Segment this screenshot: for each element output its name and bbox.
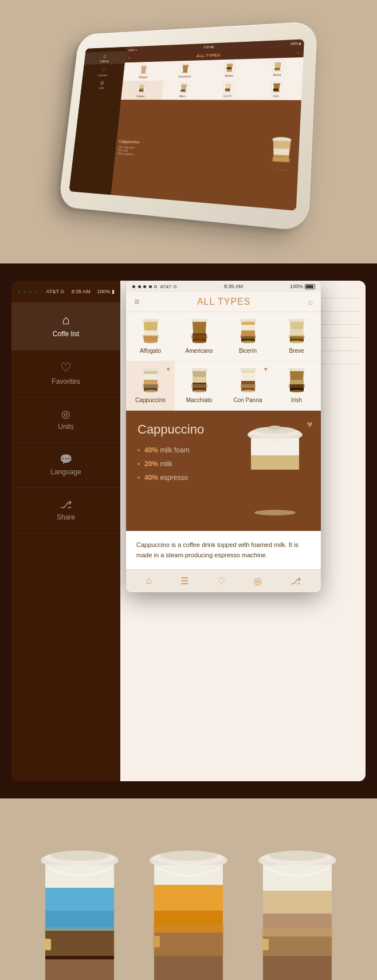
svg-rect-3 <box>184 65 188 65</box>
svg-rect-2 <box>182 72 188 73</box>
sidebar-status-bar: AT&T ⊙ 8:35 AM 100% ▮ <box>11 286 120 297</box>
svg-rect-49 <box>193 377 206 383</box>
svg-point-46 <box>144 390 158 392</box>
coffee-item-bicerin[interactable]: Bicerín <box>223 312 272 361</box>
overlay-header: ≡ ALL TYPES ⌕ <box>126 292 321 312</box>
bicerin-cup-icon <box>237 319 260 344</box>
espresso-pct: 40% <box>144 474 158 482</box>
con-panna-heart: ♥ <box>264 366 268 372</box>
sidebar-battery: 100% ▮ <box>97 289 115 294</box>
bottom-nav-list[interactable]: ☰ <box>180 576 188 587</box>
coffee-grid: Affogato Americano <box>126 312 321 411</box>
svg-rect-1 <box>142 66 146 66</box>
bicerin-label: Bicerín <box>239 348 257 354</box>
overlay-bottom-nav: ⌂ ☰ ♡ ◎ ⎇ <box>126 569 321 592</box>
sidebar-item-coffe-list[interactable]: ⌂ Coffe list <box>11 302 120 350</box>
svg-rect-9 <box>139 89 144 91</box>
svg-rect-92 <box>153 924 224 956</box>
milk-pct: 20% <box>144 460 158 468</box>
svg-point-29 <box>193 341 206 343</box>
svg-rect-36 <box>240 335 256 339</box>
macchiato-label: Macchiato <box>186 397 213 403</box>
svg-rect-81 <box>44 927 115 956</box>
overlay-battery: 100% <box>290 284 315 289</box>
coffee-item-americano[interactable]: Americano <box>175 312 223 361</box>
sidebar-carrier-dots: AT&T ⊙ <box>17 289 65 294</box>
eye-icon: ◎ <box>61 409 70 419</box>
svg-rect-54 <box>241 373 255 381</box>
svg-rect-32 <box>241 325 255 330</box>
cappuccino-cup-icon <box>139 368 162 393</box>
svg-rect-93 <box>153 936 160 947</box>
svg-rect-41 <box>289 335 305 339</box>
coffee-item-breve[interactable]: Breve <box>272 312 321 361</box>
coffee-item-con-panna[interactable]: ♥ Con Panna <box>223 361 272 411</box>
bottom-nav-eye[interactable]: ◎ <box>254 576 262 587</box>
ingredient-espresso: 40% espresso <box>138 474 232 482</box>
overlay-menu-icon[interactable]: ≡ <box>134 297 139 307</box>
sidebar-item-language[interactable]: 💬 Language <box>11 443 120 488</box>
sidebar-nav-items: ⌂ Coffe list ♡ Favorites ◎ Units 💬 Langu… <box>11 302 120 533</box>
language-label: Language <box>50 468 81 476</box>
svg-rect-82 <box>44 939 51 950</box>
svg-rect-15 <box>273 89 279 91</box>
phone-mini-units: ◎ Units <box>99 80 105 89</box>
home-icon: ⌂ <box>62 314 69 326</box>
svg-rect-37 <box>289 319 305 322</box>
svg-rect-7 <box>274 70 281 71</box>
showcase-cup-1 <box>34 839 125 980</box>
ingredient-dot-1 <box>138 449 140 451</box>
irish-cup-icon <box>285 368 308 393</box>
svg-rect-27 <box>191 319 207 322</box>
svg-point-98 <box>269 851 326 861</box>
phone-mini-macchiato: Macc.. <box>162 80 206 100</box>
svg-rect-18 <box>273 148 289 155</box>
sidebar-time: 8:35 AM <box>72 289 91 294</box>
overlay-title: ALL TYPES <box>197 297 251 307</box>
bottom-nav-share[interactable]: ⎇ <box>290 576 301 587</box>
battery-fill <box>306 285 313 288</box>
svg-point-71 <box>254 510 296 515</box>
overlay-all-types-panel: AT&T ⊙ 8:35 AM 100% ≡ ALL TYPES ⌕ <box>126 281 321 592</box>
battery-body <box>305 284 315 289</box>
cups-showcase-section <box>0 798 377 980</box>
svg-rect-13 <box>225 88 230 90</box>
detail-heart-icon[interactable]: ♥ <box>307 419 313 431</box>
heart-icon: ♡ <box>60 361 72 374</box>
app-main-content: Aff... Cap... Caff... C... M... Esp... A… <box>120 281 366 781</box>
app-sidebar: AT&T ⊙ 8:35 AM 100% ▮ ⌂ Coffe list ♡ Fav… <box>11 281 120 781</box>
breve-cup-icon <box>285 319 308 344</box>
sidebar-item-share[interactable]: ⎇ Share <box>11 488 120 533</box>
svg-point-61 <box>290 390 304 392</box>
svg-rect-77 <box>45 888 114 911</box>
irish-label: Irish <box>291 397 302 403</box>
phone-mini-breve: Breve <box>253 57 304 79</box>
svg-point-35 <box>241 341 255 343</box>
sidebar-item-favorites[interactable]: ♡ Favorites <box>11 350 120 397</box>
ingredient-milk-foam: 40% milk foam <box>138 446 232 454</box>
sidebar-item-units[interactable]: ◎ Units <box>11 397 120 443</box>
overlay-search-icon[interactable]: ⌕ <box>308 297 313 306</box>
svg-rect-104 <box>262 939 269 950</box>
coffee-item-irish[interactable]: Irish <box>272 361 321 411</box>
overlay-status-bar: AT&T ⊙ 8:35 AM 100% <box>126 281 321 292</box>
svg-rect-44 <box>144 380 158 384</box>
coffee-item-macchiato[interactable]: Macchiato <box>175 361 223 411</box>
milk-foam-label: milk foam <box>160 446 189 454</box>
svg-rect-43 <box>144 374 158 380</box>
svg-rect-57 <box>240 384 256 388</box>
bottom-nav-heart[interactable]: ♡ <box>217 576 225 587</box>
share-icon: ⎇ <box>60 499 72 510</box>
americano-cup-icon <box>188 319 211 344</box>
coffee-item-affogato[interactable]: Affogato <box>126 312 175 361</box>
svg-rect-59 <box>290 380 304 384</box>
coffe-list-label: Coffe list <box>53 330 79 338</box>
phone-mini-irish: Irish <box>251 78 302 100</box>
app-ui-section: AT&T ⊙ 8:35 AM 100% ▮ ⌂ Coffe list ♡ Fav… <box>0 263 377 798</box>
svg-rect-42 <box>143 368 159 371</box>
coffee-item-cappuccino[interactable]: ♥ Cappuccino <box>126 361 175 411</box>
detail-title: Cappuccino <box>138 422 232 437</box>
svg-point-75 <box>51 851 108 861</box>
svg-rect-10 <box>139 92 144 93</box>
bottom-nav-home[interactable]: ⌂ <box>146 576 152 587</box>
